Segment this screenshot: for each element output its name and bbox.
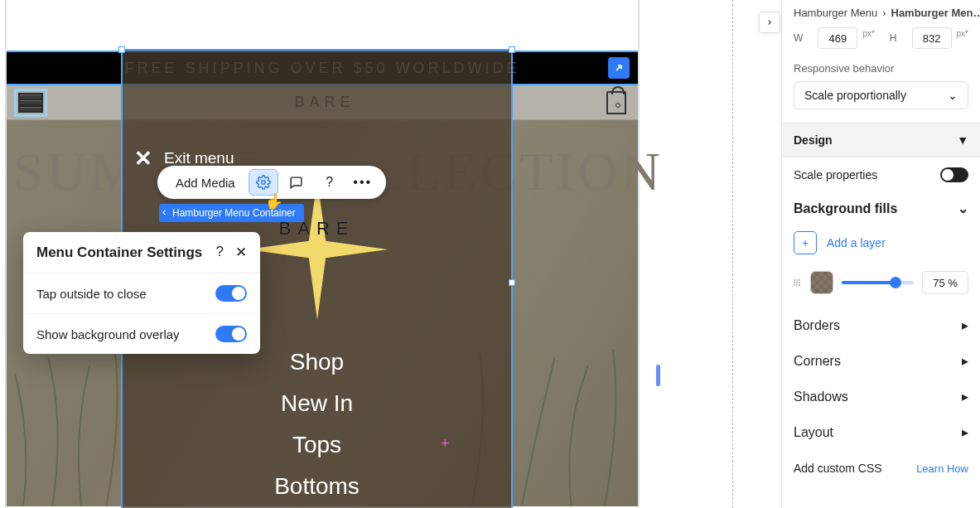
canvas-guide-line xyxy=(732,0,733,508)
opacity-input[interactable]: 75 % xyxy=(922,271,968,294)
menu-link[interactable]: Tops xyxy=(292,432,341,458)
scale-properties-toggle[interactable] xyxy=(940,167,968,182)
menu-link[interactable]: New In xyxy=(281,390,353,417)
design-section-header[interactable]: Design ▼ xyxy=(782,123,980,157)
width-input[interactable]: 469 xyxy=(818,27,857,49)
menu-container-settings-popover: Menu Container Settings ? ✕ Tap outside … xyxy=(23,232,260,354)
resize-handle[interactable] xyxy=(509,46,515,53)
chevron-down-icon: ▼ xyxy=(957,133,968,147)
setting-label: Tap outside to close xyxy=(36,287,147,301)
resize-handle[interactable] xyxy=(118,46,125,53)
layout-section[interactable]: Layout ▸ xyxy=(782,414,980,450)
shadows-section[interactable]: Shadows ▸ xyxy=(782,379,980,414)
width-label: W xyxy=(794,32,803,44)
comment-icon[interactable] xyxy=(282,169,311,196)
height-label: H xyxy=(890,32,897,44)
exit-menu-label: Exit menu xyxy=(164,149,234,167)
add-media-button[interactable]: Add Media xyxy=(164,176,247,190)
corners-section[interactable]: Corners ▸ xyxy=(782,343,980,379)
close-icon[interactable]: ✕ xyxy=(134,148,152,169)
show-overlay-toggle[interactable] xyxy=(215,326,247,342)
borders-section[interactable]: Borders ▸ xyxy=(782,307,980,343)
svg-point-0 xyxy=(261,181,265,185)
menu-link[interactable]: Shop xyxy=(290,349,344,375)
chevron-right-icon: ▸ xyxy=(962,424,968,440)
cart-icon[interactable] xyxy=(606,91,626,114)
opacity-slider[interactable] xyxy=(842,281,914,284)
menu-links: Shop New In Tops Bottoms Accessories xyxy=(123,349,511,508)
fill-layer-row: 75 % xyxy=(782,266,980,307)
collapse-panel-button[interactable] xyxy=(759,12,780,33)
expand-icon[interactable] xyxy=(608,57,630,79)
inspector-panel: Hamburger Menu › Hamburger Men… W 469 px… xyxy=(781,0,980,508)
height-input[interactable]: 832 xyxy=(912,27,952,49)
responsive-label: Responsive behavior xyxy=(782,62,980,81)
close-icon[interactable]: ✕ xyxy=(235,244,247,261)
add-layer-link[interactable]: Add a layer xyxy=(827,236,886,249)
more-icon[interactable]: ••• xyxy=(348,169,378,196)
chevron-down-icon: ⌄ xyxy=(948,89,958,102)
responsive-select[interactable]: Scale proportionally ⌄ xyxy=(794,81,968,109)
resize-handle[interactable] xyxy=(509,279,515,286)
popover-title: Menu Container Settings xyxy=(36,244,202,261)
drag-handle-icon[interactable] xyxy=(794,279,802,286)
custom-css-label: Add custom CSS xyxy=(794,462,882,475)
editor-canvas: FREE SHIPPING OVER $50 WORLDWIDE BARE SU… xyxy=(0,0,656,508)
chevron-right-icon: ▸ xyxy=(962,389,968,404)
canvas-width-handle[interactable] xyxy=(656,365,660,386)
background-fills-header[interactable]: Background fills ⌄ xyxy=(782,192,980,225)
setting-label: Show background overlay xyxy=(36,327,180,341)
chevron-right-icon: ▸ xyxy=(962,353,968,369)
chevron-right-icon: ▸ xyxy=(962,317,968,333)
chevron-down-icon: ⌄ xyxy=(958,201,968,216)
hamburger-icon[interactable] xyxy=(18,93,43,113)
help-icon[interactable]: ? xyxy=(216,244,224,261)
scale-properties-label: Scale properties xyxy=(794,168,877,181)
add-layer-button[interactable]: + xyxy=(794,231,817,254)
color-swatch[interactable] xyxy=(810,271,833,294)
inspector-breadcrumb[interactable]: Hamburger Menu › Hamburger Men… xyxy=(782,0,980,22)
cursor-pointer-icon: 👆 xyxy=(265,192,283,210)
tap-outside-toggle[interactable] xyxy=(215,285,247,302)
help-icon[interactable]: ? xyxy=(315,169,345,196)
menu-link[interactable]: Bottoms xyxy=(274,473,360,500)
learn-how-link[interactable]: Learn How xyxy=(916,462,968,475)
